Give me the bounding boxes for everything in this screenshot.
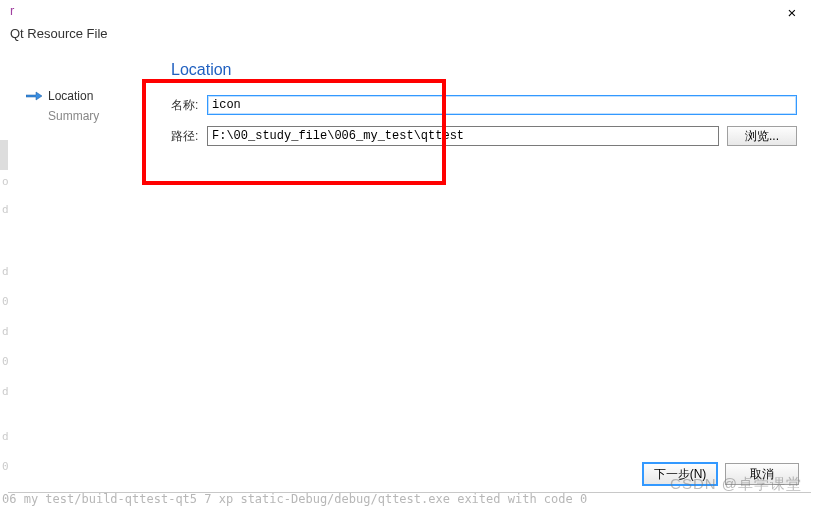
step-location: Location [26,86,145,106]
path-row: 路径: 浏览... [171,126,797,146]
step-location-label: Location [48,89,93,103]
arrow-right-icon [26,91,42,101]
name-input[interactable] [207,95,797,115]
dialog-subtitle: Qt Resource File [8,26,811,49]
page-heading: Location [171,61,811,79]
title-bar: r × [8,0,811,26]
step-summary: Summary [26,106,145,126]
watermark-text: CSDN @卓学课堂 [670,475,802,494]
background-strip [0,140,8,170]
close-icon: × [788,4,797,21]
main-area: Location Summary Location 名称: 路径: 浏览... [8,49,811,157]
background-console-line: 06 my test/build-qttest-qt5 7 xp static-… [2,492,587,506]
title-prefix: r [10,3,14,18]
name-row: 名称: [171,95,797,115]
step-summary-label: Summary [48,109,99,123]
close-button[interactable]: × [781,3,803,21]
content-area: Location 名称: 路径: 浏览... [145,49,811,157]
browse-button[interactable]: 浏览... [727,126,797,146]
name-label: 名称: [171,97,207,114]
path-input[interactable] [207,126,719,146]
wizard-dialog: r × Qt Resource File Location Summary Lo… [8,0,811,493]
path-label: 路径: [171,128,207,145]
wizard-steps-sidebar: Location Summary [8,49,145,157]
